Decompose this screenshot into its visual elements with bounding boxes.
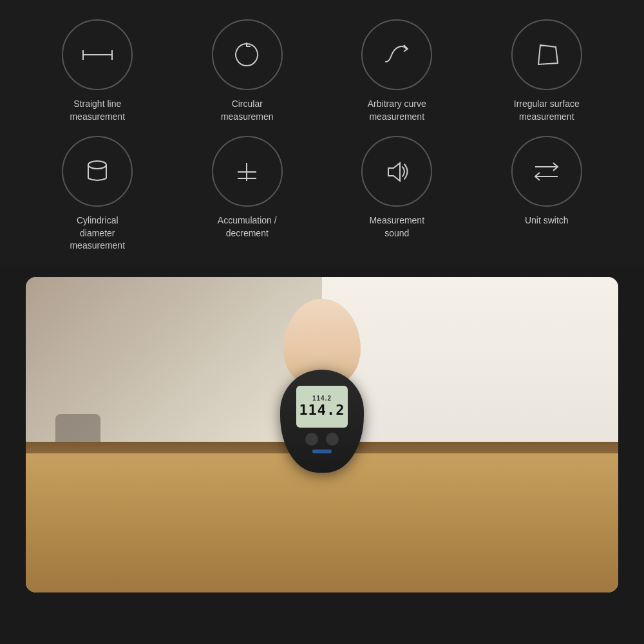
cylindrical-icon bbox=[80, 154, 115, 189]
unit-switch-icon bbox=[529, 154, 564, 189]
unit-switch-circle bbox=[511, 136, 582, 207]
svg-point-4 bbox=[88, 161, 106, 169]
feature-circular: Circular measuremen bbox=[176, 19, 319, 123]
arbitrary-curve-icon bbox=[379, 37, 415, 73]
sound-label: Measurement sound bbox=[369, 214, 424, 240]
straight-line-label: Straight line measurement bbox=[70, 98, 125, 123]
arbitrary-circle bbox=[361, 19, 432, 90]
device-buttons bbox=[305, 433, 339, 446]
sound-icon bbox=[379, 154, 415, 189]
svg-marker-10 bbox=[388, 163, 400, 181]
svg-marker-3 bbox=[538, 45, 558, 64]
top-section: Straight line measurement Circular measu… bbox=[0, 0, 644, 265]
circular-icon bbox=[229, 37, 265, 73]
accumulation-circle bbox=[212, 136, 283, 207]
screen-small-value: 114.2 bbox=[312, 395, 332, 402]
device-bottom-button bbox=[312, 450, 332, 453]
features-grid: Straight line measurement Circular measu… bbox=[26, 19, 618, 252]
circular-circle bbox=[212, 19, 283, 90]
white-background bbox=[322, 277, 618, 466]
feature-straight-line: Straight line measurement bbox=[26, 19, 169, 123]
device-container: 114.2 114.2 bbox=[280, 286, 364, 473]
accumulation-label: Accumulation / decrement bbox=[218, 214, 277, 240]
device-button-left bbox=[305, 433, 318, 446]
feature-cylindrical: Cylindrical diameter measurement bbox=[26, 136, 169, 252]
feature-sound: Measurement sound bbox=[325, 136, 469, 252]
device-button-right bbox=[326, 433, 339, 446]
straight-line-icon bbox=[80, 37, 115, 73]
straight-line-circle bbox=[62, 19, 133, 90]
irregular-surface-label: Irregular surface measurement bbox=[514, 98, 580, 123]
photo-background: 114.2 114.2 bbox=[26, 277, 618, 592]
feature-accumulation: Accumulation / decrement bbox=[176, 136, 319, 252]
feature-irregular-surface: Irregular surface measurement bbox=[475, 19, 619, 123]
arbitrary-curve-label: Arbitrary curve measurement bbox=[368, 98, 426, 123]
device-screen: 114.2 114.2 bbox=[296, 386, 348, 428]
sound-circle bbox=[361, 136, 432, 207]
feature-unit-switch: Unit switch bbox=[475, 136, 619, 252]
irregular-circle bbox=[511, 19, 582, 90]
feature-arbitrary-curve: Arbitrary curve measurement bbox=[325, 19, 469, 123]
circular-label: Circular measuremen bbox=[221, 98, 274, 123]
cylindrical-circle bbox=[62, 136, 133, 207]
cylindrical-label: Cylindrical diameter measurement bbox=[70, 214, 125, 252]
measurement-device: 114.2 114.2 bbox=[280, 370, 364, 473]
bottom-photo-section: 114.2 114.2 bbox=[26, 277, 618, 592]
accumulation-icon bbox=[229, 154, 265, 189]
irregular-surface-icon bbox=[529, 37, 564, 73]
screen-large-value: 114.2 bbox=[299, 402, 345, 418]
unit-switch-label: Unit switch bbox=[525, 214, 569, 227]
